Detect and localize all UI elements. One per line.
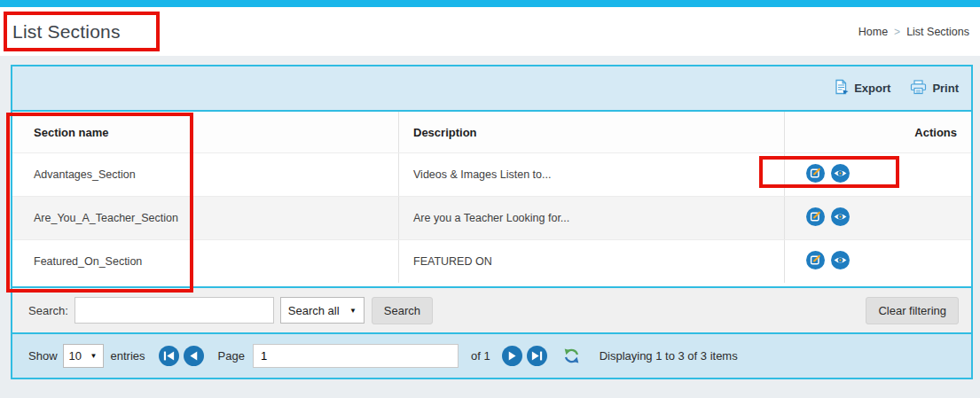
table-row: Featured_On_Section FEATURED ON [12, 239, 971, 283]
printer-icon [910, 80, 927, 98]
entries-label: entries [111, 349, 145, 363]
breadcrumb-current: List Sections [906, 26, 969, 38]
page-header: List Sections Home > List Sections [0, 7, 980, 56]
view-action-button[interactable] [831, 209, 850, 228]
print-label: Print [932, 82, 959, 95]
edit-action-button[interactable] [806, 209, 825, 228]
first-page-icon [159, 346, 179, 366]
clear-filtering-button[interactable]: Clear filtering [866, 297, 959, 324]
edit-pencil-icon [806, 207, 825, 229]
sections-panel: Export Print Section name Description [11, 65, 973, 379]
list-sections-page: List Sections Home > List Sections Expor… [0, 0, 980, 398]
first-page-button[interactable] [159, 346, 179, 366]
print-button[interactable]: Print [910, 80, 959, 98]
breadcrumb: Home > List Sections [858, 26, 969, 38]
page-count-label: of 1 [471, 349, 490, 363]
section-name-cell: Advantages_Section [12, 153, 398, 196]
description-cell: Are you a Teacher Looking for... [398, 197, 784, 239]
caret-down-icon: ▼ [349, 307, 357, 315]
page-label: Page [218, 349, 245, 363]
edit-action-button[interactable] [806, 253, 825, 271]
entries-per-page-value: 10 [69, 349, 82, 363]
show-label: Show [28, 349, 58, 363]
entries-per-page-select[interactable]: 10 ▼ [63, 344, 104, 368]
caret-down-icon: ▼ [90, 352, 98, 360]
eye-icon [831, 207, 850, 229]
search-input[interactable] [74, 297, 274, 324]
column-header-actions: Actions [784, 112, 971, 152]
table-header-row: Section name Description Actions [12, 112, 971, 152]
pagination-bar: Show 10 ▼ entries Page of 1 [12, 332, 971, 378]
page-title: List Sections [12, 21, 121, 43]
edit-pencil-icon [806, 251, 825, 272]
column-header-section-name: Section name [12, 112, 398, 152]
refresh-icon [563, 354, 580, 367]
actions-cell [784, 153, 971, 196]
sections-table: Section name Description Actions Advanta… [12, 110, 971, 286]
eye-icon [831, 164, 850, 185]
description-cell: FEATURED ON [398, 240, 784, 283]
search-label: Search: [28, 304, 68, 317]
displaying-status: Displaying 1 to 3 of 3 items [600, 349, 738, 363]
breadcrumb-separator-icon: > [894, 26, 900, 38]
search-bar: Search: Search all ▼ Search Clear filter… [12, 286, 971, 332]
table-row: Are_You_A_Teacher_Section Are you a Teac… [12, 196, 971, 239]
section-name-cell: Are_You_A_Teacher_Section [12, 197, 398, 239]
top-accent-bar [0, 0, 980, 7]
description-cell: Videos & Images Listen to... [398, 153, 784, 196]
search-scope-value: Search all [288, 304, 340, 317]
actions-cell [784, 240, 971, 283]
actions-cell [784, 197, 971, 239]
view-action-button[interactable] [831, 166, 850, 184]
next-page-icon [502, 346, 522, 366]
panel-toolbar: Export Print [12, 66, 971, 110]
search-button[interactable]: Search [372, 297, 433, 324]
export-button[interactable]: Export [834, 79, 890, 98]
view-action-button[interactable] [831, 253, 850, 271]
edit-pencil-icon [806, 164, 825, 185]
last-page-button[interactable] [527, 346, 547, 366]
eye-icon [831, 251, 850, 272]
export-label: Export [854, 82, 890, 95]
previous-page-button[interactable] [184, 346, 204, 366]
refresh-button[interactable] [563, 347, 580, 364]
document-export-icon [834, 79, 849, 98]
next-page-button[interactable] [502, 346, 522, 366]
table-row: Advantages_Section Videos & Images Liste… [12, 152, 971, 196]
page-number-input[interactable] [253, 344, 459, 368]
column-header-description: Description [398, 112, 784, 152]
section-name-cell: Featured_On_Section [12, 240, 398, 283]
last-page-icon [527, 346, 547, 366]
previous-page-icon [184, 346, 204, 366]
edit-action-button[interactable] [806, 166, 825, 184]
search-scope-select[interactable]: Search all ▼ [280, 297, 365, 324]
breadcrumb-home[interactable]: Home [858, 26, 888, 38]
